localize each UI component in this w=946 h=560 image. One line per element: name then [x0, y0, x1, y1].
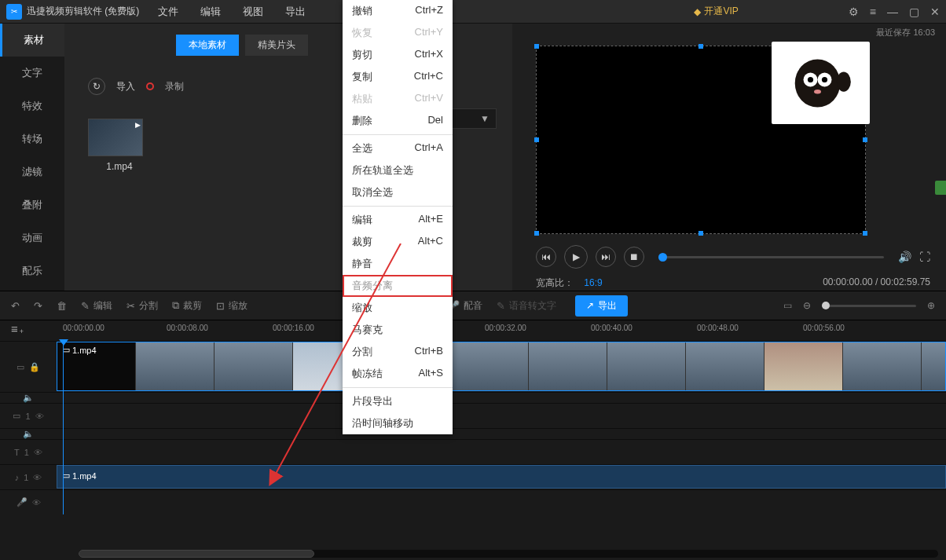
- track-body[interactable]: [57, 393, 946, 403]
- next-frame-button[interactable]: ⏭: [596, 247, 616, 267]
- screenshot-icon[interactable]: ▭: [783, 300, 792, 311]
- ctx-move-along-timeline[interactable]: 沿时间轴移动: [343, 412, 453, 434]
- ctx-delete[interactable]: 删除Del: [343, 110, 453, 132]
- stop-button[interactable]: ⏹: [624, 247, 644, 267]
- resize-handle[interactable]: [534, 137, 539, 142]
- track-head-speaker: 🔈: [0, 429, 57, 439]
- track-menu-button[interactable]: ≡+: [11, 322, 24, 335]
- tab-local-material[interactable]: 本地素材: [176, 35, 239, 56]
- resize-handle[interactable]: [534, 231, 539, 236]
- resize-handle[interactable]: [698, 231, 703, 236]
- zoom-tool[interactable]: ⊡缩放: [216, 299, 248, 313]
- record-icon[interactable]: [146, 82, 154, 90]
- ctx-freeze[interactable]: 帧冻结Alt+S: [343, 363, 453, 385]
- green-side-tab[interactable]: [935, 181, 946, 195]
- undo-button[interactable]: ↶: [11, 300, 20, 312]
- resize-handle[interactable]: [698, 44, 703, 49]
- slider-thumb[interactable]: [658, 253, 667, 262]
- track-body[interactable]: [57, 429, 946, 439]
- play-button[interactable]: ▶: [564, 245, 588, 269]
- audio-clip[interactable]: ▭1.mp4: [57, 465, 946, 489]
- scrollbar-thumb[interactable]: [79, 550, 314, 558]
- zoom-in-icon[interactable]: ⊕: [927, 300, 935, 311]
- vip-button[interactable]: ◆ 开通VIP: [694, 5, 738, 18]
- clip-name: 1.mp4: [88, 161, 151, 172]
- track-body[interactable]: [57, 490, 946, 514]
- ctx-copy[interactable]: 复制Ctrl+C: [343, 66, 453, 88]
- redo-button[interactable]: ↷: [34, 300, 42, 312]
- minimize-icon[interactable]: —: [887, 5, 898, 18]
- ctx-segment-export[interactable]: 片段导出: [343, 390, 453, 412]
- ctx-deselect[interactable]: 取消全选: [343, 181, 453, 203]
- lock-icon[interactable]: 🔒: [29, 362, 40, 372]
- resize-handle[interactable]: [863, 231, 867, 236]
- dropdown[interactable]: ▼: [449, 108, 497, 129]
- time-total: 00:02:59.75: [881, 276, 930, 287]
- split-tool[interactable]: ✂分割: [126, 299, 158, 313]
- ctx-edit[interactable]: 编辑Alt+E: [343, 209, 453, 231]
- sidebar-item-animation[interactable]: 动画: [0, 221, 64, 254]
- menu-export[interactable]: 导出: [285, 5, 306, 19]
- playback-slider[interactable]: [658, 256, 884, 258]
- clip-thumbnail[interactable]: ▶: [88, 119, 143, 156]
- tab-fine-intro[interactable]: 精美片头: [245, 35, 308, 56]
- zoom-slider[interactable]: [822, 305, 916, 307]
- horizontal-scrollbar[interactable]: [79, 550, 938, 558]
- timeline-ruler[interactable]: 00:00:00.00 00:00:08.00 00:00:16.00 00:0…: [57, 320, 946, 341]
- record-label[interactable]: 录制: [165, 80, 184, 93]
- track-body[interactable]: [57, 404, 946, 428]
- ctx-select-track-all[interactable]: 所在轨道全选: [343, 159, 453, 181]
- sidebar-item-overlay[interactable]: 叠附: [0, 188, 64, 221]
- video-clip[interactable]: ▭1.mp4: [57, 342, 946, 391]
- stt-tool[interactable]: ✎语音转文字: [497, 299, 556, 313]
- hamburger-icon[interactable]: ≡: [870, 5, 876, 18]
- preview-viewport[interactable]: [536, 46, 866, 234]
- ctx-separator: [343, 134, 453, 135]
- ctx-select-all[interactable]: 全选Ctrl+A: [343, 137, 453, 159]
- track-body[interactable]: [57, 440, 946, 464]
- eye-icon[interactable]: 👁: [33, 473, 42, 482]
- menu-view[interactable]: 视图: [243, 5, 263, 19]
- track-body[interactable]: ▭1.mp4: [57, 465, 946, 489]
- menu-edit[interactable]: 编辑: [200, 5, 221, 19]
- resize-handle[interactable]: [534, 44, 539, 49]
- eye-icon[interactable]: 👁: [35, 412, 44, 421]
- fullscreen-icon[interactable]: ⛶: [919, 251, 930, 263]
- sidebar-item-music[interactable]: 配乐: [0, 254, 64, 287]
- sidebar-item-transition[interactable]: 转场: [0, 123, 64, 156]
- speaker-icon[interactable]: 🔈: [23, 429, 34, 439]
- track-body[interactable]: ▭1.mp4: [57, 342, 946, 392]
- eye-icon[interactable]: 👁: [34, 448, 42, 457]
- ctx-audio-separate[interactable]: 音频分离: [343, 275, 453, 297]
- zoom-out-icon[interactable]: ⊖: [803, 300, 811, 311]
- volume-icon[interactable]: 🔊: [898, 251, 911, 263]
- prev-frame-button[interactable]: ⏮: [536, 247, 556, 267]
- resize-handle[interactable]: [863, 137, 867, 142]
- edit-tool[interactable]: ✎编辑: [81, 299, 112, 313]
- sidebar-item-material[interactable]: 素材: [0, 24, 64, 57]
- ctx-split[interactable]: 分割Ctrl+B: [343, 341, 453, 363]
- refresh-icon[interactable]: ↻: [88, 78, 105, 95]
- ctx-undo[interactable]: 撤销Ctrl+Z: [343, 0, 453, 22]
- maximize-icon[interactable]: ▢: [909, 5, 919, 18]
- clip-name: 1.mp4: [72, 471, 97, 481]
- ctx-mute[interactable]: 静音: [343, 253, 453, 275]
- ctx-crop[interactable]: 裁剪Alt+C: [343, 231, 453, 253]
- sidebar-item-text[interactable]: 文字: [0, 57, 64, 90]
- speaker-icon[interactable]: 🔈: [23, 393, 34, 403]
- sidebar-item-filter[interactable]: 滤镜: [0, 156, 64, 188]
- menu-file[interactable]: 文件: [158, 5, 178, 19]
- playhead[interactable]: [63, 341, 64, 514]
- delete-button[interactable]: 🗑: [57, 300, 67, 312]
- sidebar-item-effects[interactable]: 特效: [0, 90, 64, 123]
- ctx-cut[interactable]: 剪切Ctrl+X: [343, 44, 453, 66]
- settings-icon[interactable]: ⚙: [849, 5, 859, 18]
- eye-icon[interactable]: 👁: [32, 498, 41, 507]
- ctx-zoom[interactable]: 缩放: [343, 297, 453, 319]
- import-button[interactable]: 导入: [116, 80, 135, 93]
- crop-tool[interactable]: ⧉裁剪: [172, 299, 202, 313]
- export-button[interactable]: ↗导出: [575, 295, 628, 317]
- ctx-mosaic[interactable]: 马赛克: [343, 319, 453, 341]
- zoom-thumb[interactable]: [822, 302, 830, 309]
- close-icon[interactable]: ✕: [930, 5, 940, 18]
